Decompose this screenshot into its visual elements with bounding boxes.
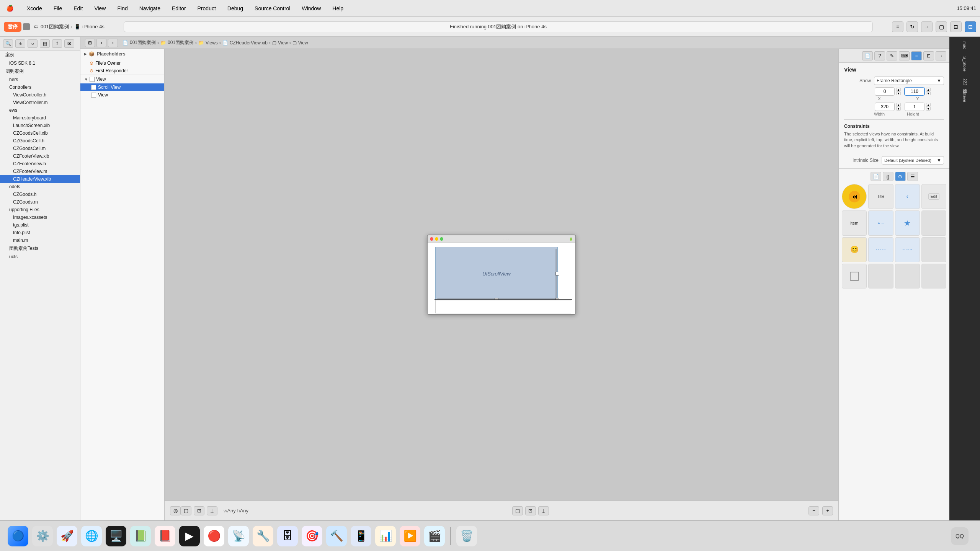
- inspector-file-icon[interactable]: 📄: [862, 51, 873, 60]
- nav-item-1[interactable]: iOS SDK 8.1: [0, 59, 80, 67]
- zoom-out-icon[interactable]: −: [808, 506, 819, 515]
- nav-share-icon[interactable]: ⤴: [52, 39, 62, 48]
- palette-item-title[interactable]: Title: [868, 184, 893, 209]
- zoom-in-icon[interactable]: +: [822, 506, 833, 515]
- dock-xcode-app[interactable]: 🔨: [326, 526, 347, 546]
- nav-item-19[interactable]: CZGoods.m: [0, 198, 80, 206]
- scroll-view-item[interactable]: Scroll View: [80, 83, 164, 91]
- files-owner-item[interactable]: ⊙ File's Owner: [80, 59, 164, 67]
- view-split-v-icon[interactable]: ⊡: [965, 21, 976, 32]
- menu-xcode[interactable]: Xcode: [24, 5, 44, 12]
- size-icon[interactable]: ⌶: [207, 506, 217, 515]
- nav-msg-icon[interactable]: ✉: [64, 39, 74, 48]
- resize-handle-right[interactable]: [555, 272, 559, 276]
- maximize-dot[interactable]: [440, 237, 443, 241]
- view-below-canvas[interactable]: [435, 300, 571, 313]
- view-expand-arrow[interactable]: ▼: [84, 77, 88, 82]
- x-stepper-down[interactable]: ▼: [896, 91, 901, 95]
- nav-item-23[interactable]: Info.plist: [0, 229, 80, 236]
- y-stepper-up[interactable]: ▲: [926, 88, 931, 91]
- breadcrumb-item-1[interactable]: 001团购案例: [130, 39, 156, 46]
- palette-item-play[interactable]: ⏮: [842, 184, 867, 209]
- nav-fwd-icon[interactable]: ›: [108, 39, 118, 47]
- align-left-icon[interactable]: ≡: [892, 21, 903, 32]
- nav-item-13[interactable]: CZFooterView.xib: [0, 152, 80, 160]
- minimize-dot[interactable]: [435, 237, 438, 241]
- menu-view[interactable]: View: [92, 5, 108, 12]
- placeholders-expand[interactable]: ▸: [84, 51, 87, 57]
- view-child-item[interactable]: View: [80, 91, 164, 99]
- menu-product[interactable]: Product: [195, 5, 218, 12]
- inspector-code-icon[interactable]: ⌨: [899, 51, 910, 60]
- breadcrumb-item-6[interactable]: View: [298, 40, 308, 46]
- palette-tab-media[interactable]: ☰: [907, 172, 918, 181]
- inspector-edit-icon[interactable]: ✎: [887, 51, 897, 60]
- palette-item-box[interactable]: [842, 264, 867, 289]
- first-responder-item[interactable]: ⊙ First Responder: [80, 67, 164, 75]
- bottom-icon-3[interactable]: ⌶: [538, 506, 549, 515]
- breadcrumb-item-4[interactable]: CZHeaderView.xib: [230, 40, 268, 46]
- h-stepper-down[interactable]: ▼: [926, 107, 931, 111]
- palette-item-star-icon[interactable]: ★: [895, 210, 920, 235]
- palette-item-star-items[interactable]: ★ ···: [868, 210, 893, 235]
- dock-safari[interactable]: 🌐: [81, 526, 102, 546]
- nav-item-10[interactable]: CZGoodsCell.xib: [0, 129, 80, 137]
- palette-item-blank-4[interactable]: [895, 264, 920, 289]
- palette-item-item-bar[interactable]: Item: [842, 210, 867, 235]
- show-dropdown[interactable]: Frame Rectangle ▼: [874, 77, 944, 85]
- nav-item-21[interactable]: Images.xcassets: [0, 214, 80, 221]
- dock-proxifier[interactable]: 🔧: [253, 526, 273, 546]
- y-input[interactable]: 110: [905, 87, 924, 96]
- nav-item-7[interactable]: ews: [0, 106, 80, 114]
- nav-item-17[interactable]: odels: [0, 183, 80, 191]
- nav-item-11[interactable]: CZGoodsCell.h: [0, 137, 80, 145]
- forward-icon[interactable]: →: [921, 21, 933, 32]
- nav-item-14[interactable]: CZFooterView.h: [0, 160, 80, 168]
- menu-help[interactable]: Help: [330, 5, 346, 12]
- palette-tab-file[interactable]: 📄: [871, 172, 881, 181]
- dock-chrome[interactable]: 🔴: [204, 526, 224, 546]
- menu-editor[interactable]: Editor: [170, 5, 188, 12]
- palette-item-blank-1[interactable]: [921, 210, 946, 235]
- dock-sequel[interactable]: 🗄: [277, 526, 298, 546]
- palette-tab-code[interactable]: {}: [883, 172, 893, 181]
- dock-simulator[interactable]: 📱: [351, 526, 371, 546]
- stop-button[interactable]: [23, 23, 30, 30]
- dock-qq[interactable]: QQ: [951, 527, 969, 545]
- dock-keynote[interactable]: 📊: [375, 526, 396, 546]
- palette-item-blank-3[interactable]: [868, 264, 893, 289]
- menu-edit[interactable]: Edit: [71, 5, 85, 12]
- nav-item-20[interactable]: upporting Files: [0, 206, 80, 214]
- intrinsic-dropdown[interactable]: Default (System Defined) ▼: [882, 156, 944, 165]
- dock-trash[interactable]: 🗑️: [456, 526, 477, 546]
- inspector-connect-icon[interactable]: →: [936, 51, 946, 60]
- nav-item-4[interactable]: Controllers: [0, 83, 80, 91]
- y-stepper-down[interactable]: ▼: [926, 91, 931, 95]
- palette-item-blank-5[interactable]: [921, 264, 946, 289]
- inspector-help-icon[interactable]: ?: [874, 51, 885, 60]
- w-stepper-down[interactable]: ▼: [896, 107, 901, 111]
- dock-finder[interactable]: 🔵: [8, 526, 28, 546]
- palette-item-dots-h[interactable]: - - - - -: [868, 237, 893, 262]
- nav-item-9[interactable]: LaunchScreen.xib: [0, 122, 80, 129]
- device-size-icon[interactable]: ▢: [181, 506, 191, 515]
- dock-systemprefs[interactable]: ⚙️: [32, 526, 53, 546]
- nav-item-25[interactable]: 团购案例Tests: [0, 244, 80, 253]
- height-input[interactable]: 1: [905, 103, 924, 111]
- dock-launchpad[interactable]: 🚀: [57, 526, 77, 546]
- close-dot[interactable]: [430, 237, 433, 241]
- nav-item-22[interactable]: tgs.plist: [0, 221, 80, 229]
- scroll-view-canvas[interactable]: UIScrollView: [435, 247, 558, 300]
- palette-item-blank-2[interactable]: [921, 237, 946, 262]
- view-label[interactable]: View: [96, 77, 106, 82]
- bottom-icon-1[interactable]: ▢: [512, 506, 523, 515]
- refresh-icon[interactable]: ↻: [906, 21, 918, 32]
- breadcrumb-item-5[interactable]: View: [278, 40, 288, 46]
- h-stepper-up[interactable]: ▲: [926, 103, 931, 107]
- pause-button[interactable]: 暂停: [4, 22, 21, 32]
- x-input[interactable]: 0: [875, 87, 895, 96]
- menu-source-control[interactable]: Source Control: [252, 5, 292, 12]
- dock-quicktime[interactable]: ▶️: [400, 526, 420, 546]
- w-stepper-up[interactable]: ▲: [896, 103, 901, 107]
- palette-item-back[interactable]: ‹: [895, 184, 920, 209]
